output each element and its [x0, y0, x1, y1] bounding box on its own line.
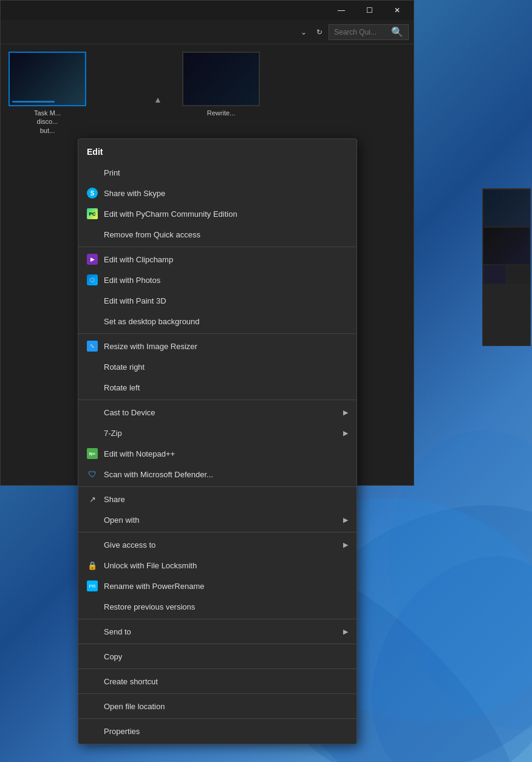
menu-item-cast[interactable]: Cast to Device ▶	[78, 402, 356, 423]
give-access-icon	[87, 539, 98, 550]
cast-icon	[87, 407, 98, 418]
toolbar: ⌄ ↻ 🔍	[1, 20, 414, 44]
title-bar: — ☐ ✕	[1, 1, 414, 20]
panel-thumb	[483, 228, 530, 264]
close-icon: ✕	[394, 6, 400, 15]
menu-item-notepad[interactable]: N+ Edit with Notepad++	[78, 443, 356, 464]
context-menu-header: Edit	[78, 141, 356, 162]
file-thumbnail	[182, 52, 260, 106]
maximize-icon: ☐	[366, 6, 373, 15]
list-item[interactable]: Rewrite...	[182, 52, 261, 135]
search-icon: 🔍	[391, 26, 403, 38]
toolbar-right: ⌄ ↻ 🔍	[297, 24, 409, 40]
menu-separator	[78, 532, 356, 532]
menu-item-clipchamp[interactable]: ▶ Edit with Clipchamp	[78, 249, 356, 270]
no-icon	[87, 229, 98, 240]
copy-icon	[87, 651, 98, 662]
file-label: Rewrite...	[207, 109, 235, 117]
submenu-arrow: ▶	[343, 409, 348, 417]
photos-icon: ⬡	[87, 274, 98, 285]
locksmith-icon: 🔒	[87, 560, 98, 571]
file-thumbnail	[9, 52, 86, 106]
menu-separator	[78, 333, 356, 334]
maximize-button[interactable]: ☐	[355, 1, 383, 20]
chevron-down-icon: ⌄	[301, 28, 307, 36]
menu-item-open-file-location[interactable]: Open file location	[78, 696, 356, 716]
menu-separator	[78, 619, 356, 619]
send-to-icon	[87, 626, 98, 637]
menu-item-properties[interactable]: Properties	[78, 721, 356, 741]
pycharm-icon: PC	[87, 208, 98, 219]
menu-item-copy[interactable]: Copy	[78, 646, 356, 667]
menu-item-send-to[interactable]: Send to ▶	[78, 621, 356, 642]
print-icon	[87, 167, 98, 178]
open-with-icon	[87, 514, 98, 525]
menu-item-unlock[interactable]: 🔒 Unlock with File Locksmith	[78, 555, 356, 576]
file-label: Task M...disco...but...	[34, 109, 61, 135]
resizer-icon: ⤡	[87, 341, 98, 352]
menu-separator	[78, 247, 356, 247]
defender-icon: 🛡	[87, 469, 98, 480]
title-bar-controls: — ☐ ✕	[327, 1, 411, 20]
refresh-icon: ↻	[316, 28, 322, 36]
menu-item-desktop-bg[interactable]: Set as desktop background	[78, 311, 356, 332]
file-area: Task M...disco...but... ▲ Rewrite...	[1, 44, 414, 142]
search-box[interactable]: 🔍	[329, 24, 409, 40]
menu-item-share-skype[interactable]: S Share with Skype	[78, 183, 356, 203]
properties-icon	[87, 726, 98, 736]
menu-separator	[78, 718, 356, 719]
rotate-right-icon	[87, 361, 98, 372]
menu-separator	[78, 486, 356, 487]
file-location-icon	[87, 701, 98, 712]
submenu-arrow: ▶	[343, 516, 348, 524]
desktop-bg-icon	[87, 316, 98, 327]
minimize-button[interactable]: —	[327, 1, 355, 20]
menu-separator	[78, 644, 356, 644]
menu-separator	[78, 668, 356, 669]
menu-item-resize[interactable]: ⤡ Resize with Image Resizer	[78, 336, 356, 356]
7zip-icon	[87, 427, 98, 438]
submenu-arrow: ▶	[343, 541, 348, 549]
menu-item-give-access[interactable]: Give access to ▶	[78, 534, 356, 555]
close-button[interactable]: ✕	[383, 1, 411, 20]
menu-item-defender[interactable]: 🛡 Scan with Microsoft Defender...	[78, 464, 356, 485]
menu-item-remove-quick[interactable]: Remove from Quick access	[78, 224, 356, 245]
menu-separator	[78, 693, 356, 694]
menu-item-pycharm[interactable]: PC Edit with PyCharm Community Edition	[78, 203, 356, 224]
menu-item-photos[interactable]: ⬡ Edit with Photos	[78, 270, 356, 290]
shortcut-icon	[87, 676, 98, 687]
paint3d-icon	[87, 295, 98, 306]
chevron-button[interactable]: ⌄	[297, 26, 310, 39]
rotate-left-icon	[87, 382, 98, 393]
notepadpp-icon: N+	[87, 448, 98, 459]
scroll-up-icon[interactable]: ▲	[154, 95, 162, 104]
skype-icon: S	[87, 188, 98, 199]
menu-item-7zip[interactable]: 7-Zip ▶	[78, 423, 356, 443]
context-menu: Edit Print S Share with Skype PC Edit wi…	[78, 138, 357, 744]
menu-item-rotate-left[interactable]: Rotate left	[78, 377, 356, 398]
panel-thumb	[483, 190, 530, 226]
menu-item-paint3d[interactable]: Edit with Paint 3D	[78, 290, 356, 311]
menu-item-powerrename[interactable]: PR Rename with PowerRename	[78, 576, 356, 596]
refresh-button[interactable]: ↻	[313, 26, 326, 39]
menu-item-share[interactable]: ↗ Share	[78, 489, 356, 509]
submenu-arrow: ▶	[343, 628, 348, 636]
right-panel	[482, 188, 531, 346]
share-icon: ↗	[87, 494, 98, 505]
menu-item-create-shortcut[interactable]: Create shortcut	[78, 671, 356, 692]
menu-separator	[78, 400, 356, 400]
menu-item-print[interactable]: Print	[78, 162, 356, 183]
restore-icon	[87, 601, 98, 612]
menu-item-open-with[interactable]: Open with ▶	[78, 509, 356, 530]
list-item[interactable]: Task M...disco...but...	[8, 52, 87, 135]
powerrename-icon: PR	[87, 580, 98, 591]
minimize-icon: —	[338, 6, 345, 15]
menu-item-restore-versions[interactable]: Restore previous versions	[78, 596, 356, 617]
menu-item-rotate-right[interactable]: Rotate right	[78, 356, 356, 377]
clipchamp-icon: ▶	[87, 254, 98, 265]
panel-thumb-row	[483, 265, 530, 284]
search-input[interactable]	[334, 28, 389, 36]
submenu-arrow: ▶	[343, 429, 348, 437]
